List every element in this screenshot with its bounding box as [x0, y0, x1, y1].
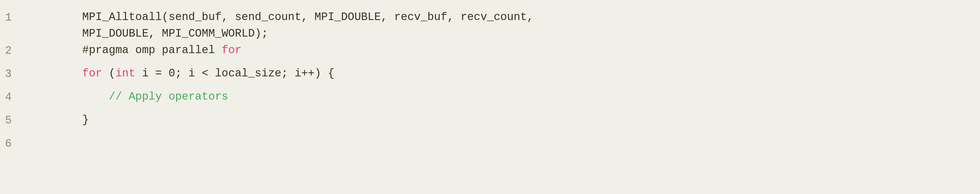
keyword-for-loop: for	[82, 67, 102, 80]
code-line-1: 1 MPI_Alltoall(send_buf, send_count, MPI…	[0, 9, 980, 42]
line-number-6: 6	[0, 135, 23, 152]
line-number-4: 4	[0, 88, 23, 106]
code-line-6: 6	[0, 135, 980, 158]
code-content-4: // Apply operators	[23, 88, 980, 105]
code-content-1: MPI_Alltoall(send_buf, send_count, MPI_D…	[23, 9, 980, 42]
code-text	[29, 137, 36, 149]
code-content-6	[23, 135, 980, 151]
code-block: 1 MPI_Alltoall(send_buf, send_count, MPI…	[0, 0, 980, 194]
code-content-2: #pragma omp parallel for	[23, 42, 980, 58]
code-text: }	[29, 114, 89, 126]
code-line-3: 3 for (int i = 0; i < local_size; i++) {	[0, 65, 980, 88]
line-number-1: 1	[0, 9, 23, 26]
code-line-2: 2 #pragma omp parallel for	[0, 42, 980, 65]
keyword-int: int	[115, 67, 135, 80]
code-content-5: }	[23, 112, 980, 128]
code-text: i = 0; i < local_size; i++) {	[135, 67, 334, 80]
code-line-4: 4 // Apply operators	[0, 88, 980, 112]
comment-apply: // Apply operators	[109, 90, 228, 103]
code-text: #pragma omp parallel	[29, 44, 221, 56]
code-line-5: 5 }	[0, 112, 980, 135]
line-number-3: 3	[0, 65, 23, 82]
code-text	[29, 90, 109, 103]
line-number-5: 5	[0, 112, 23, 129]
code-text: (	[102, 67, 116, 80]
keyword-for: for	[221, 44, 241, 56]
code-text	[29, 67, 82, 80]
code-content-3: for (int i = 0; i < local_size; i++) {	[23, 65, 980, 82]
code-text: MPI_Alltoall(send_buf, send_count, MPI_D…	[29, 11, 533, 40]
line-number-2: 2	[0, 42, 23, 59]
